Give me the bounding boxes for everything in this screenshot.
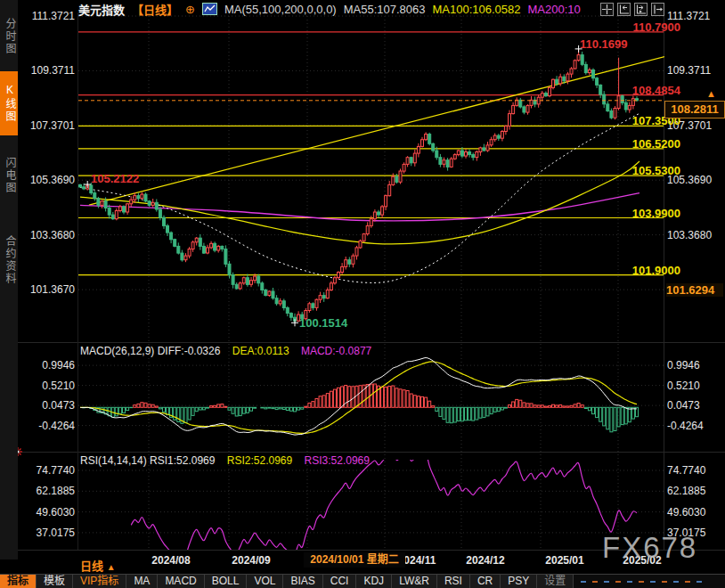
rsi-header: RSI(14,14,14) RSI1:52.0969 RSI2:52.0969 …: [80, 454, 370, 467]
chart-tools: [600, 3, 664, 16]
symbol-title: 美元指数: [78, 1, 125, 18]
tab-vol[interactable]: VOL: [247, 575, 283, 588]
tab-cci[interactable]: CCI: [323, 575, 357, 588]
period-selector[interactable]: 日线 ▲: [80, 557, 116, 574]
chart-window: 分时图 K线图 闪电图 合约资料 美元指数 【日线】 ⊕ MA(55,100,2…: [0, 0, 725, 588]
period-tag: 【日线】: [132, 1, 178, 18]
sidebar-item-flash[interactable]: 闪电图: [0, 144, 18, 207]
price-alert-marker-icon: ▲: [706, 88, 716, 99]
ma200-value: MA200:10: [528, 3, 581, 16]
level-label-108-4854: 108.4854: [614, 84, 680, 97]
macd-title: MACD(26,12,9) DIFF:-0.0326: [80, 345, 220, 357]
level-label-110-79: 110.7900: [614, 20, 680, 34]
tab-boll[interactable]: BOLL: [205, 575, 248, 588]
tab-lwr[interactable]: LW&R: [392, 575, 437, 588]
date-tick: 2024/12: [459, 554, 512, 567]
sidebar-item-contract-info[interactable]: 合约资料: [0, 219, 18, 301]
date-tick: 2024/09: [224, 554, 278, 567]
scale-right-icon[interactable]: [634, 3, 648, 16]
ma55-value: MA55:107.8063: [344, 3, 426, 16]
sidebar-item-kline[interactable]: K线图: [0, 71, 18, 135]
left-sidebar: 分时图 K线图 闪电图 合约资料: [0, 0, 18, 559]
crosshair-icon[interactable]: [600, 3, 614, 16]
current-price-box: 108.2811: [664, 101, 725, 118]
tab-macd[interactable]: MACD: [158, 575, 204, 588]
indicator-toolbar: 指标 模板 VIP指标 MA MACD BOLL VOL BIAS CCI KD…: [0, 574, 725, 588]
chevron-up-icon: ▲: [107, 562, 116, 572]
swing-low-label: 100.1514: [299, 316, 347, 330]
mini-chart-icon[interactable]: [202, 3, 217, 15]
level-label-101-90: 101.9000: [614, 264, 680, 277]
watermark: FX678: [602, 531, 697, 565]
chart-header: 美元指数 【日线】 ⊕ MA(55,100,200,0,0,0) MA55:10…: [78, 2, 581, 16]
tab-cr[interactable]: CR: [470, 575, 501, 588]
rsi1-value: RSI(14,14,14) RSI1:52.0969: [80, 454, 215, 467]
swing-peak-label: 110.1699: [580, 37, 628, 51]
tab-kdj[interactable]: KDJ: [356, 575, 392, 588]
level-label-105-53: 105.5300: [614, 164, 680, 177]
macd-value: MACD:-0.0877: [301, 345, 371, 357]
level-label-103-99: 103.9900: [614, 207, 680, 220]
tab-rsi[interactable]: RSI: [437, 575, 470, 588]
rsi3-value: RSI3:52.0969: [305, 454, 370, 467]
tab-ma[interactable]: MA: [126, 575, 158, 588]
rsi2-value: RSI2:52.0969: [227, 454, 292, 467]
tab-template[interactable]: 模板: [37, 575, 73, 588]
date-tick: 2024/08: [144, 554, 198, 567]
low-price-label: 101.6294: [666, 283, 723, 297]
add-indicator-icon[interactable]: ⊕: [185, 3, 195, 16]
data-minimap[interactable]: [574, 575, 725, 588]
date-tick: 2025/01: [538, 554, 591, 567]
swing-high-label: 105.2122: [91, 172, 139, 185]
level-label-106-52: 106.5200: [614, 137, 680, 151]
macd-dea-value: DEA:0.0113: [232, 345, 289, 357]
date-tooltip: 2024/10/01 星期二: [304, 552, 405, 568]
ma-params-label: MA(55,100,200,0,0,0): [224, 3, 337, 16]
ma100-value: MA100:106.0582: [432, 3, 520, 16]
tab-bias[interactable]: BIAS: [283, 575, 322, 588]
pan-right-icon[interactable]: [651, 3, 664, 16]
tab-vip-indicator[interactable]: VIP指标: [73, 575, 126, 588]
tab-indicator[interactable]: 指标: [0, 575, 37, 588]
tab-psy[interactable]: PSY: [501, 575, 537, 588]
tab-settings[interactable]: 设置: [537, 575, 574, 588]
sidebar-item-timeline[interactable]: 分时图: [0, 5, 18, 68]
macd-header: MACD(26,12,9) DIFF:-0.0326 DEA:0.0113 MA…: [80, 345, 371, 357]
scale-left-icon[interactable]: [617, 3, 631, 16]
